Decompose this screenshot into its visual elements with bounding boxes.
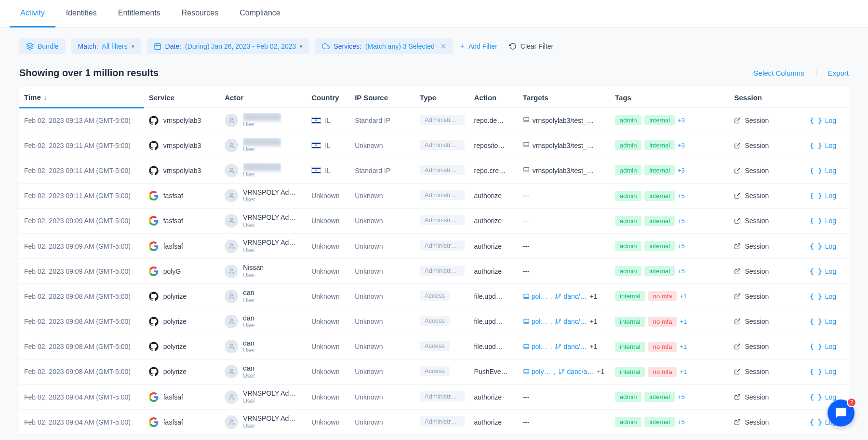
external-link-icon bbox=[734, 167, 741, 174]
table-row[interactable]: Feb 02, 2023 09:08 AM (GMT-5:00)polyrize… bbox=[19, 359, 849, 384]
tags-more[interactable]: +5 bbox=[678, 217, 685, 225]
tags-more[interactable]: +5 bbox=[678, 242, 685, 250]
tab-resources[interactable]: Resources bbox=[171, 0, 229, 27]
tags-more[interactable]: +3 bbox=[678, 142, 685, 149]
laptop-icon bbox=[523, 318, 530, 325]
tags-more[interactable]: +3 bbox=[678, 117, 685, 124]
table-row[interactable]: Feb 02, 2023 09:13 AM (GMT-5:00)vrnspoly… bbox=[19, 108, 849, 133]
tab-entitlements[interactable]: Entitlements bbox=[107, 0, 171, 27]
table-row[interactable]: Feb 02, 2023 09:08 AM (GMT-5:00)polyrize… bbox=[19, 284, 849, 309]
cell-session[interactable]: Session bbox=[729, 410, 805, 435]
table-row[interactable]: Feb 02, 2023 09:08 AM (GMT-5:00)polyrize… bbox=[19, 309, 849, 334]
tag-badge: internal bbox=[644, 266, 675, 276]
cell-log[interactable]: { }Log bbox=[805, 284, 849, 309]
tags-more[interactable]: +1 bbox=[680, 343, 687, 350]
target-link[interactable]: pol… bbox=[523, 318, 548, 325]
target-link[interactable]: poly… bbox=[523, 368, 551, 375]
svg-line-12 bbox=[737, 143, 740, 146]
target-link[interactable]: danc/… bbox=[555, 293, 587, 300]
avatar bbox=[225, 340, 238, 353]
table-row[interactable]: Feb 02, 2023 09:11 AM (GMT-5:00)vrnspoly… bbox=[19, 133, 849, 158]
cell-log[interactable]: { }Log bbox=[805, 334, 849, 359]
target-link[interactable]: pol… bbox=[523, 293, 548, 300]
cell-session[interactable]: Session bbox=[729, 359, 805, 384]
column-header[interactable]: Tags bbox=[610, 87, 729, 108]
cell-session[interactable]: Session bbox=[729, 385, 805, 410]
braces-icon: { } bbox=[810, 343, 822, 350]
close-icon[interactable]: ✕ bbox=[441, 42, 446, 50]
cell-service: fasfsaf bbox=[144, 208, 220, 233]
svg-rect-6 bbox=[524, 117, 529, 120]
cell-log[interactable]: { }Log bbox=[805, 309, 849, 334]
tags-more[interactable]: +3 bbox=[678, 167, 685, 174]
cell-session[interactable]: Session bbox=[729, 259, 805, 284]
column-header[interactable]: Actor bbox=[220, 87, 307, 108]
column-header[interactable]: Time↓ bbox=[19, 87, 144, 108]
target-link[interactable]: danc/a… bbox=[558, 368, 594, 375]
tags-more[interactable]: +5 bbox=[678, 393, 685, 400]
laptop-icon bbox=[523, 293, 530, 300]
table-row[interactable]: Feb 02, 2023 09:04 AM (GMT-5:00)fasfsafV… bbox=[19, 385, 849, 410]
column-header[interactable]: Type bbox=[415, 87, 469, 108]
table-row[interactable]: Feb 02, 2023 09:09 AM (GMT-5:00)polyGNis… bbox=[19, 259, 849, 284]
column-header[interactable]: Country bbox=[307, 87, 350, 108]
cell-session[interactable]: Session bbox=[729, 133, 805, 158]
cell-log[interactable]: { }Log bbox=[805, 359, 849, 384]
cell-time: Feb 02, 2023 09:09 AM (GMT-5:00) bbox=[19, 208, 144, 233]
cell-type: Administration bbox=[415, 158, 469, 183]
table-row[interactable]: Feb 02, 2023 09:11 AM (GMT-5:00)fasfsafV… bbox=[19, 183, 849, 208]
chat-widget[interactable]: 2 bbox=[828, 400, 855, 427]
flag-il-icon: ✡ bbox=[311, 117, 321, 124]
services-filter[interactable]: Services: (Match any) 3 Selected ✕ bbox=[315, 39, 453, 54]
chevron-down-icon: ▾ bbox=[300, 43, 303, 50]
cell-log[interactable]: { }Log bbox=[805, 108, 849, 133]
tags-more[interactable]: +5 bbox=[678, 192, 685, 200]
target-link[interactable]: pol… bbox=[523, 343, 548, 350]
target-link[interactable]: danc/… bbox=[555, 318, 587, 325]
match-filter[interactable]: Match: All filters ▾ bbox=[71, 39, 141, 54]
column-header[interactable]: Targets bbox=[518, 87, 610, 108]
tag-badge: admin bbox=[615, 216, 641, 226]
tab-identities[interactable]: Identities bbox=[55, 0, 107, 27]
clear-filter-button[interactable]: Clear Filter bbox=[509, 42, 553, 50]
column-header[interactable]: IP Source bbox=[350, 87, 415, 108]
table-row[interactable]: Feb 02, 2023 09:09 AM (GMT-5:00)fasfsafV… bbox=[19, 233, 849, 258]
bundle-button[interactable]: Bundle bbox=[19, 39, 66, 54]
tags-more[interactable]: +5 bbox=[678, 418, 685, 426]
cell-session[interactable]: Session bbox=[729, 158, 805, 183]
cell-log[interactable]: { }Log bbox=[805, 208, 849, 233]
tags-more[interactable]: +1 bbox=[680, 293, 687, 300]
tags-more[interactable]: +5 bbox=[678, 267, 685, 275]
table-row[interactable]: Feb 02, 2023 09:11 AM (GMT-5:00)vrnspoly… bbox=[19, 158, 849, 183]
cell-log[interactable]: { }Log bbox=[805, 259, 849, 284]
column-header[interactable] bbox=[805, 87, 849, 108]
cell-log[interactable]: { }Log bbox=[805, 233, 849, 258]
export-button[interactable]: Export bbox=[828, 69, 849, 77]
tab-compliance[interactable]: Compliance bbox=[229, 0, 291, 27]
cell-session[interactable]: Session bbox=[729, 309, 805, 334]
table-row[interactable]: Feb 02, 2023 09:08 AM (GMT-5:00)polyrize… bbox=[19, 334, 849, 359]
add-filter-button[interactable]: ＋ Add Filter bbox=[459, 42, 497, 51]
cell-session[interactable]: Session bbox=[729, 108, 805, 133]
column-header[interactable]: Session bbox=[729, 87, 805, 108]
svg-rect-10 bbox=[524, 143, 529, 146]
column-header[interactable]: Action bbox=[469, 87, 518, 108]
cell-time: Feb 02, 2023 09:09 AM (GMT-5:00) bbox=[19, 233, 144, 258]
date-filter[interactable]: Date: (During) Jan 26, 2023 - Feb 02, 20… bbox=[147, 39, 310, 54]
table-row[interactable]: Feb 02, 2023 09:09 AM (GMT-5:00)fasfsafV… bbox=[19, 208, 849, 233]
table-row[interactable]: Feb 02, 2023 09:04 AM (GMT-5:00)fasfsafV… bbox=[19, 410, 849, 435]
tags-more[interactable]: +1 bbox=[680, 368, 687, 375]
cell-log[interactable]: { }Log bbox=[805, 133, 849, 158]
tab-activity[interactable]: Activity bbox=[10, 0, 55, 27]
cell-session[interactable]: Session bbox=[729, 334, 805, 359]
cell-log[interactable]: { }Log bbox=[805, 158, 849, 183]
cell-session[interactable]: Session bbox=[729, 233, 805, 258]
cell-session[interactable]: Session bbox=[729, 183, 805, 208]
cell-log[interactable]: { }Log bbox=[805, 183, 849, 208]
tags-more[interactable]: +1 bbox=[680, 318, 687, 325]
cell-session[interactable]: Session bbox=[729, 208, 805, 233]
column-header[interactable]: Service bbox=[144, 87, 220, 108]
select-columns-button[interactable]: Select Columns bbox=[754, 69, 804, 77]
target-link[interactable]: danc/… bbox=[555, 343, 587, 350]
cell-session[interactable]: Session bbox=[729, 284, 805, 309]
